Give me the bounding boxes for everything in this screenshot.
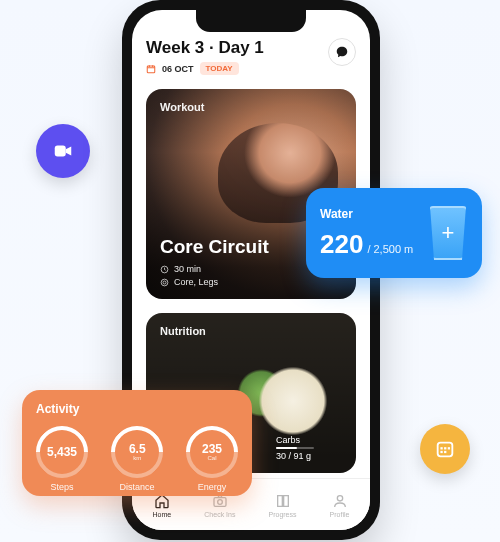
workout-focus: Core, Legs bbox=[174, 277, 218, 287]
activity-card[interactable]: Activity 5,435 Steps 6.5 km Distance 235 bbox=[22, 390, 252, 496]
water-value: 220 bbox=[320, 229, 363, 260]
tab-progress-label: Progress bbox=[269, 511, 297, 518]
energy-value: 235 bbox=[202, 443, 222, 455]
energy-label: Energy bbox=[198, 482, 227, 492]
steps-ring: 5,435 bbox=[25, 415, 99, 489]
activity-title: Activity bbox=[36, 402, 238, 416]
video-badge bbox=[36, 124, 90, 178]
book-icon bbox=[275, 493, 291, 509]
energy-ring: 235 Cal bbox=[175, 415, 249, 489]
carbs-value: 30 / 91 g bbox=[276, 451, 314, 461]
water-title: Water bbox=[320, 207, 413, 221]
svg-rect-0 bbox=[55, 146, 66, 157]
water-card[interactable]: Water 220 / 2,500 m + bbox=[306, 188, 482, 278]
nutrition-section-label: Nutrition bbox=[160, 325, 342, 337]
streak-badge bbox=[420, 424, 470, 474]
notch bbox=[196, 10, 306, 32]
user-icon bbox=[332, 493, 348, 509]
calendar-grid-icon bbox=[434, 438, 456, 460]
tab-checkins[interactable]: Check Ins bbox=[204, 493, 235, 518]
energy-unit: Cal bbox=[202, 455, 222, 461]
svg-rect-4 bbox=[448, 447, 450, 449]
svg-rect-3 bbox=[444, 447, 446, 449]
distance-ring: 6.5 km bbox=[100, 415, 174, 489]
workout-section-label: Workout bbox=[160, 101, 342, 113]
chat-button[interactable] bbox=[328, 38, 356, 66]
target-icon bbox=[160, 278, 169, 287]
video-icon bbox=[52, 140, 74, 162]
workout-duration: 30 min bbox=[174, 264, 201, 274]
water-glass-icon[interactable]: + bbox=[428, 206, 468, 260]
tab-checkins-label: Check Ins bbox=[204, 511, 235, 518]
svg-rect-1 bbox=[438, 443, 453, 457]
clock-icon bbox=[160, 265, 169, 274]
chat-icon bbox=[335, 45, 349, 59]
svg-rect-6 bbox=[444, 451, 446, 453]
svg-point-13 bbox=[337, 496, 342, 501]
header: Week 3 · Day 1 06 OCT TODAY bbox=[146, 38, 356, 75]
svg-point-12 bbox=[218, 500, 223, 505]
calendar-icon bbox=[146, 64, 156, 74]
tab-home-label: Home bbox=[153, 511, 172, 518]
distance-unit: km bbox=[129, 455, 146, 461]
svg-rect-11 bbox=[214, 498, 226, 507]
page-title: Week 3 · Day 1 bbox=[146, 38, 264, 58]
distance-label: Distance bbox=[119, 482, 154, 492]
tab-home[interactable]: Home bbox=[153, 493, 172, 518]
carbs-label: Carbs bbox=[276, 435, 314, 445]
svg-point-10 bbox=[163, 281, 166, 284]
steps-label: Steps bbox=[50, 482, 73, 492]
water-total: / 2,500 m bbox=[367, 243, 413, 255]
svg-rect-7 bbox=[147, 66, 155, 73]
svg-point-9 bbox=[161, 279, 168, 286]
carbs-bar bbox=[276, 447, 314, 449]
svg-rect-5 bbox=[440, 451, 442, 453]
date-label: 06 OCT bbox=[162, 64, 194, 74]
tab-progress[interactable]: Progress bbox=[269, 493, 297, 518]
tab-profile[interactable]: Profile bbox=[330, 493, 350, 518]
svg-rect-2 bbox=[440, 447, 442, 449]
steps-value: 5,435 bbox=[47, 446, 77, 458]
distance-value: 6.5 bbox=[129, 443, 146, 455]
today-chip: TODAY bbox=[200, 62, 239, 75]
tab-profile-label: Profile bbox=[330, 511, 350, 518]
